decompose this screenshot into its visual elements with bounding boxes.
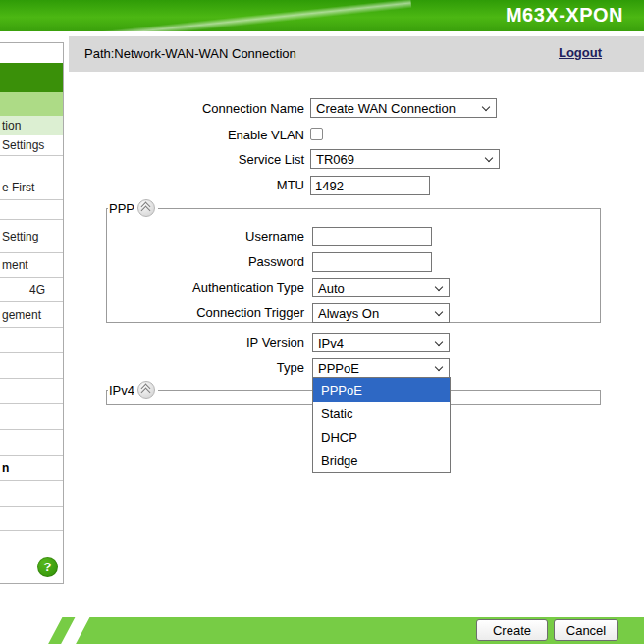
sidebar-item[interactable]: Setting — [0, 220, 63, 253]
sidebar-item[interactable] — [0, 353, 63, 379]
sidebar-menu: tion Settings e First Setting ment 4G ge… — [0, 42, 64, 584]
create-button[interactable]: Create — [476, 619, 548, 641]
sidebar-item[interactable] — [0, 379, 63, 404]
ppp-collapse-button[interactable] — [137, 199, 155, 217]
ip-version-value: IPv4 — [318, 336, 344, 350]
logout-link[interactable]: Logout — [559, 45, 602, 60]
connection-name-value: Create WAN Connection — [316, 101, 456, 116]
connection-trigger-value: Always On — [318, 306, 379, 321]
chevron-down-icon — [435, 308, 443, 316]
chevron-down-icon — [485, 154, 493, 162]
dropdown-option-static[interactable]: Static — [313, 402, 450, 425]
cancel-button[interactable]: Cancel — [554, 619, 618, 641]
enable-vlan-label: Enable VLAN — [228, 128, 304, 142]
username-input[interactable] — [312, 227, 432, 246]
dropdown-option-dhcp[interactable]: DHCP — [313, 425, 450, 449]
sidebar-item[interactable]: gement — [0, 302, 63, 328]
connection-name-select[interactable]: Create WAN Connection — [310, 98, 497, 118]
dropdown-option-bridge[interactable]: Bridge — [313, 449, 450, 472]
ip-version-select[interactable]: IPv4 — [312, 333, 450, 352]
ppp-legend: PPP — [108, 199, 158, 217]
type-select[interactable]: PPPoE — [312, 358, 450, 378]
sidebar-item[interactable]: n — [0, 456, 63, 481]
sidebar-item[interactable]: Settings — [0, 135, 63, 156]
ipv4-collapse-button[interactable] — [137, 381, 155, 399]
enable-vlan-checkbox[interactable] — [310, 128, 323, 140]
type-value: PPPoE — [318, 361, 359, 376]
sidebar-item[interactable]: e First — [0, 156, 63, 200]
sidebar-item[interactable] — [0, 328, 63, 353]
sidebar-footer: ? — [0, 531, 63, 583]
chevron-down-icon — [435, 338, 443, 346]
mtu-label: MTU — [277, 178, 304, 192]
sidebar-item — [0, 43, 63, 63]
service-list-value: TR069 — [316, 152, 354, 167]
service-list-select[interactable]: TR069 — [310, 149, 500, 169]
chevron-down-icon — [435, 363, 443, 371]
dropdown-option-pppoe[interactable]: PPPoE — [313, 378, 450, 402]
sidebar-subgroup-header[interactable] — [0, 92, 63, 116]
connection-trigger-select[interactable]: Always On — [312, 303, 450, 323]
ipv4-legend: IPv4 — [108, 381, 158, 399]
sidebar-item[interactable]: ment — [0, 253, 63, 278]
type-dropdown-list: PPPoE Static DHCP Bridge — [312, 377, 451, 473]
header-swoosh-decoration — [0, 0, 413, 31]
sidebar-item[interactable] — [0, 404, 63, 430]
breadcrumb: Path:Network-WAN-WAN Connection — [84, 46, 296, 61]
sidebar-item[interactable] — [0, 200, 63, 220]
path-bar: Path:Network-WAN-WAN Connection Logout — [69, 36, 644, 72]
mtu-input[interactable] — [310, 176, 430, 195]
sidebar-item[interactable]: 4G — [0, 278, 63, 302]
sidebar-group-header[interactable] — [0, 63, 63, 92]
connection-name-label: Connection Name — [202, 101, 304, 116]
sidebar-item[interactable] — [0, 430, 63, 456]
chevron-down-icon — [435, 283, 443, 291]
footer-accent-stripe — [48, 617, 76, 644]
app-header: M63X-XPON — [0, 0, 644, 31]
help-icon[interactable]: ? — [37, 557, 58, 577]
authentication-type-value: Auto — [318, 281, 345, 295]
sidebar-item[interactable] — [0, 481, 63, 507]
app-title: M63X-XPON — [506, 4, 623, 27]
chevron-down-icon — [482, 103, 490, 111]
ip-version-label: IP Version — [246, 335, 304, 349]
authentication-type-select[interactable]: Auto — [312, 278, 450, 297]
password-input[interactable] — [312, 252, 432, 272]
service-list-label: Service List — [239, 152, 304, 167]
sidebar-item[interactable] — [0, 507, 63, 531]
type-label: Type — [277, 360, 304, 375]
sidebar-item-active[interactable]: tion — [0, 116, 63, 135]
